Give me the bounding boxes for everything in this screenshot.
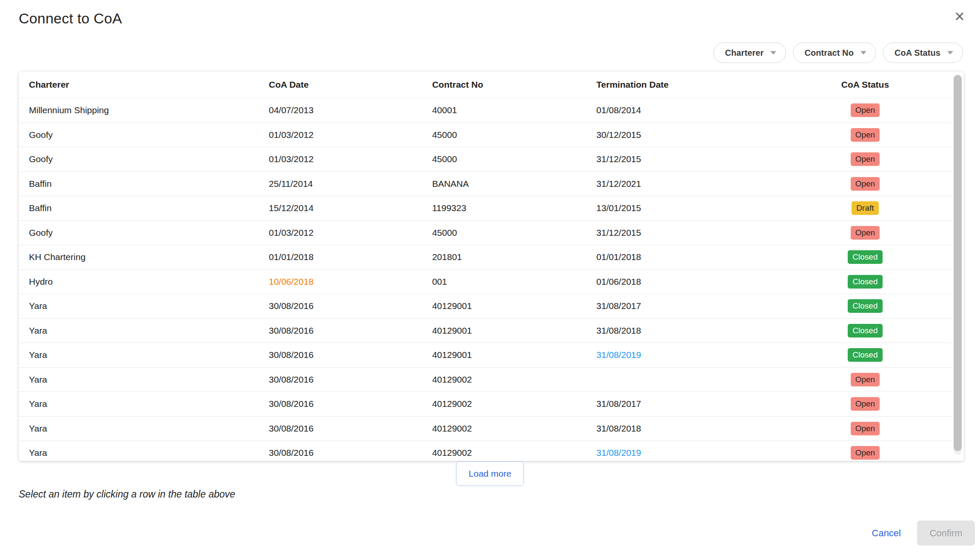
- cell-coa-status: Open: [778, 103, 952, 117]
- cell-contract-no: 40129002: [432, 375, 596, 385]
- cell-termination-date: 31/12/2015: [596, 154, 778, 164]
- table-row[interactable]: Yara 30/08/2016 40129002 31/08/2019 Open: [19, 440, 952, 461]
- column-header-charterer: Charterer: [19, 80, 269, 90]
- cell-charterer: KH Chartering: [19, 252, 269, 262]
- cell-charterer: Yara: [19, 301, 269, 311]
- cell-contract-no: 40001: [432, 105, 596, 115]
- cell-termination-date: 31/08/2018: [596, 326, 778, 336]
- table-row[interactable]: Hydro 10/06/2018 001 01/06/2018 Closed: [19, 269, 952, 294]
- cell-contract-no: BANANA: [432, 179, 596, 189]
- cell-termination-date: 01/01/2018: [596, 252, 778, 262]
- table-row[interactable]: Baffin 15/12/2014 1199323 13/01/2015 Dra…: [19, 196, 952, 220]
- cell-coa-status: Closed: [778, 348, 952, 362]
- cell-coa-date: 01/03/2012: [269, 228, 432, 238]
- close-icon: ×: [954, 8, 964, 25]
- table-row[interactable]: Goofy 01/03/2012 45000 31/12/2015 Open: [19, 147, 952, 172]
- status-badge: Draft: [852, 201, 878, 215]
- cancel-button[interactable]: Cancel: [872, 528, 901, 539]
- cell-contract-no: 45000: [432, 228, 596, 238]
- cell-contract-no: 40129002: [432, 448, 596, 458]
- cell-coa-date: 30/08/2016: [269, 326, 432, 336]
- selection-hint: Select an item by clicking a row in the …: [19, 489, 235, 500]
- cell-coa-date: 30/08/2016: [269, 423, 432, 434]
- connect-to-coa-modal: Connect to CoA × Charterer Contract No C…: [0, 0, 980, 552]
- cell-coa-status: Open: [778, 226, 952, 240]
- cell-coa-status: Open: [778, 177, 952, 191]
- table-row[interactable]: Yara 30/08/2016 40129002 Open: [19, 367, 952, 392]
- status-badge: Closed: [848, 250, 882, 264]
- status-badge: Open: [851, 177, 880, 191]
- cell-termination-date: 31/12/2021: [596, 179, 778, 189]
- cell-coa-status: Open: [778, 128, 952, 142]
- filter-coa-status[interactable]: CoA Status: [883, 43, 963, 63]
- filter-contract-no[interactable]: Contract No: [793, 43, 876, 63]
- filter-bar: Charterer Contract No CoA Status: [713, 43, 963, 63]
- status-badge: Open: [851, 152, 880, 166]
- filter-coa-status-label: CoA Status: [895, 48, 940, 58]
- cell-contract-no: 40129001: [432, 326, 596, 336]
- status-badge: Closed: [848, 275, 882, 289]
- vertical-scrollbar[interactable]: [954, 75, 962, 455]
- cell-termination-date: 31/12/2015: [596, 228, 778, 238]
- cell-contract-no: 1199323: [432, 203, 596, 213]
- cell-coa-status: Draft: [778, 201, 952, 215]
- table-content: Charterer CoA Date Contract No Terminati…: [19, 72, 952, 461]
- termination-date-link[interactable]: 31/08/2019: [596, 350, 778, 360]
- coa-table: Charterer CoA Date Contract No Terminati…: [19, 72, 964, 461]
- table-row[interactable]: Yara 30/08/2016 40129001 31/08/2019 Clos…: [19, 343, 952, 367]
- modal-title: Connect to CoA: [19, 10, 122, 27]
- cell-charterer: Baffin: [19, 179, 269, 189]
- cell-contract-no: 45000: [432, 154, 596, 164]
- table-row[interactable]: Baffin 25/11/2014 BANANA 31/12/2021 Open: [19, 172, 952, 196]
- table-row[interactable]: Millennium Shipping 04/07/2013 40001 01/…: [19, 98, 952, 123]
- table-row[interactable]: Goofy 01/03/2012 45000 30/12/2015 Open: [19, 123, 952, 147]
- table-header-row: Charterer CoA Date Contract No Terminati…: [19, 72, 952, 98]
- table-row[interactable]: Yara 30/08/2016 40129002 31/08/2017 Open: [19, 392, 952, 416]
- cell-termination-date: 13/01/2015: [596, 203, 778, 213]
- load-more-button[interactable]: Load more: [456, 461, 524, 486]
- cell-charterer: Goofy: [19, 154, 269, 164]
- cell-charterer: Yara: [19, 423, 269, 434]
- cell-coa-status: Closed: [778, 275, 952, 289]
- cell-coa-status: Open: [778, 397, 952, 411]
- cell-charterer: Yara: [19, 399, 269, 409]
- cell-coa-date: 30/08/2016: [269, 301, 432, 311]
- table-row[interactable]: Yara 30/08/2016 40129001 31/08/2018 Clos…: [19, 318, 952, 343]
- cell-coa-date: 30/08/2016: [269, 350, 432, 360]
- table-row[interactable]: Yara 30/08/2016 40129002 31/08/2018 Open: [19, 416, 952, 441]
- cell-coa-date: 01/03/2012: [269, 130, 432, 140]
- table-row[interactable]: Goofy 01/03/2012 45000 31/12/2015 Open: [19, 220, 952, 245]
- scrollbar-thumb[interactable]: [954, 75, 962, 451]
- filter-charterer[interactable]: Charterer: [713, 43, 786, 63]
- table-row[interactable]: Yara 30/08/2016 40129001 31/08/2017 Clos…: [19, 294, 952, 318]
- cell-charterer: Goofy: [19, 130, 269, 140]
- table-row[interactable]: KH Chartering 01/01/2018 201801 01/01/20…: [19, 245, 952, 269]
- confirm-button[interactable]: Confirm: [917, 521, 975, 546]
- cell-charterer: Goofy: [19, 228, 269, 238]
- cell-coa-status: Open: [778, 152, 952, 166]
- status-badge: Closed: [848, 299, 882, 313]
- cell-charterer: Yara: [19, 350, 269, 360]
- column-header-termination-date: Termination Date: [596, 80, 778, 90]
- cell-contract-no: 45000: [432, 130, 596, 140]
- termination-date-link[interactable]: 31/08/2019: [596, 448, 778, 458]
- table-body: Millennium Shipping 04/07/2013 40001 01/…: [19, 98, 952, 461]
- cell-coa-status: Closed: [778, 250, 952, 264]
- cell-coa-date: 25/11/2014: [269, 179, 432, 189]
- cell-termination-date: 31/08/2018: [596, 423, 778, 434]
- cell-contract-no: 40129001: [432, 301, 596, 311]
- cell-coa-date: 30/08/2016: [269, 448, 432, 458]
- cell-coa-status: Open: [778, 422, 952, 435]
- close-button[interactable]: ×: [949, 6, 970, 26]
- status-badge: Open: [851, 128, 880, 142]
- modal-actions: Cancel Confirm: [872, 521, 975, 546]
- cell-charterer: Yara: [19, 375, 269, 385]
- cell-coa-status: Open: [778, 373, 952, 386]
- status-badge: Closed: [848, 324, 882, 337]
- cell-coa-date: 15/12/2014: [269, 203, 432, 213]
- column-header-coa-status: CoA Status: [778, 80, 952, 90]
- column-header-coa-date: CoA Date: [269, 80, 432, 90]
- status-badge: Open: [851, 373, 880, 386]
- chevron-down-icon: [860, 51, 866, 54]
- cell-termination-date: 31/08/2017: [596, 399, 778, 409]
